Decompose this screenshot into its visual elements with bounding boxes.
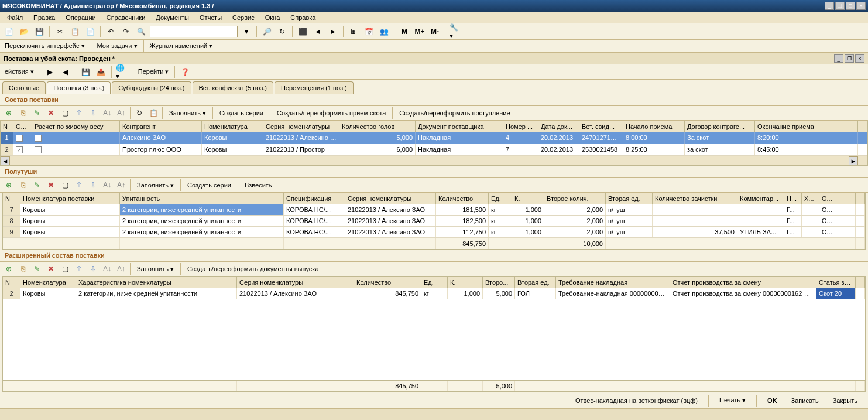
tab-deliveries[interactable]: Поставки (3 поз.) [47,81,111,94]
back-icon[interactable]: ◄ [311,25,324,38]
edit-icon[interactable]: ✎ [30,107,43,119]
doc-export-icon[interactable]: 📤 [95,66,108,78]
goto-dropdown[interactable]: Перейти ▾ [136,67,171,77]
col-liveweight[interactable]: Расчет по живому весу [32,121,120,132]
col-date[interactable]: Дата док... [538,121,579,132]
refresh-grid-icon[interactable]: ↻ [133,107,146,119]
scroll-right-icon[interactable]: ► [849,156,858,165]
weigh-note-link[interactable]: Отвес-накладная на ветконфискат (вцф) [571,395,702,406]
move-up-icon[interactable]: ⇧ [73,179,85,192]
undo-icon[interactable]: ↶ [104,25,117,38]
add-icon[interactable]: ⊕ [2,262,15,275]
weigh-button[interactable]: Взвесить [241,180,276,190]
refresh-icon[interactable]: ↻ [276,25,289,38]
add-icon[interactable]: ⊕ [2,107,15,119]
grid1-scrollbar[interactable]: ◄ ► [1,156,867,165]
export-grid-icon[interactable]: 📋 [147,107,160,119]
move-down-icon[interactable]: ⇩ [87,179,100,192]
clear-icon[interactable]: ▢ [59,262,71,275]
restore-button[interactable]: ❐ [835,2,845,10]
move-down-icon[interactable]: ⇩ [87,262,100,275]
cut-icon[interactable]: ✂ [53,25,66,38]
menu-windows[interactable]: Окна [262,13,284,22]
scroll-left-icon[interactable]: ◄ [1,156,10,165]
unpost-icon[interactable]: ◀ [59,66,72,78]
col-number[interactable]: Номер ... [503,121,538,132]
fill-button[interactable]: Заполнить ▾ [133,180,178,191]
edit-icon[interactable]: ✎ [30,262,43,275]
table-row[interactable]: 2 Простор плюс ООО Коровы 21022013 / Про… [1,144,867,156]
users-icon[interactable]: 👥 [378,25,390,38]
checkbox-so[interactable] [16,146,23,153]
col-so[interactable]: Со... [13,121,32,132]
search-input[interactable] [150,26,238,37]
search-dropdown-icon[interactable]: ▾ [240,25,253,38]
copy-row-icon[interactable]: ⎘ [16,107,29,119]
m-minus-button[interactable]: M- [428,25,441,38]
menu-help[interactable]: Справка [287,13,319,22]
sort-asc-icon[interactable]: A↓ [101,107,114,119]
clear-icon[interactable]: ▢ [59,179,71,192]
close-button[interactable]: × [856,2,866,10]
menu-service[interactable]: Сервис [229,13,258,22]
table-row[interactable]: 2 Коровы 2 категории, ниже средней упита… [3,288,865,299]
col-nomenclature[interactable]: Номенклатура [202,121,263,132]
my-tasks[interactable]: Мои задачи ▾ [95,41,140,51]
minimize-button[interactable]: _ [825,2,834,10]
close-button[interactable]: Закрыть [828,395,862,406]
tab-vet[interactable]: Вет. конфискат (5 поз.) [193,81,273,94]
sort-desc-icon[interactable]: A↑ [115,107,128,119]
find-icon[interactable]: 🔍 [135,25,147,38]
cost-cell-selected[interactable]: Скот 20 [816,288,856,299]
m-plus-button[interactable]: M+ [413,25,426,38]
col-vet[interactable]: Вет. свид... [579,121,623,132]
col-supplier-doc[interactable]: Документ поставщика [416,121,503,132]
m-button[interactable]: M [398,25,411,38]
stop-icon[interactable]: ⬛ [296,25,309,38]
menu-file[interactable]: Файл [4,13,26,22]
maximize-button[interactable]: □ [846,2,855,10]
structure-icon[interactable]: 🌐▾ [115,66,128,78]
change-journal[interactable]: Журнал изменений ▾ [147,41,215,51]
menu-documents[interactable]: Документы [152,13,193,22]
col-series[interactable]: Серия номенклатуры [263,121,339,132]
move-up-icon[interactable]: ⇧ [73,107,85,119]
settings-icon[interactable]: 🔧▾ [449,25,462,38]
col-start[interactable]: Начало приема [623,121,685,132]
menu-edit[interactable]: Правка [30,13,59,22]
forward-icon[interactable]: ► [327,25,339,38]
checkbox-liveweight[interactable] [35,146,42,153]
menu-reports[interactable]: Отчеты [196,13,225,22]
sort-desc-icon[interactable]: A↑ [115,179,128,192]
save-button[interactable]: Записать [787,395,824,406]
copy-row-icon[interactable]: ⎘ [16,179,29,192]
fill-button[interactable]: Заполнить ▾ [165,108,210,119]
create-series-button[interactable]: Создать серии [183,180,235,190]
sort-asc-icon[interactable]: A↓ [101,262,114,275]
checkbox-liveweight[interactable] [35,135,42,142]
table-row[interactable]: 1 Алексино ЗАО Коровы 21022013 / Алексин… [1,132,867,144]
open-icon[interactable]: 📂 [18,25,30,38]
doc-save-icon[interactable]: 💾 [80,66,92,78]
table-row[interactable]: 7 Коровы 2 категории, ниже средней упита… [3,204,865,216]
print-button[interactable]: Печать ▾ [715,395,750,406]
table-row[interactable]: 8 Коровы 2 категории, ниже средней упита… [3,216,865,227]
add-icon[interactable]: ⊕ [2,179,15,192]
paste-icon[interactable]: 📄 [84,25,97,38]
move-up-icon[interactable]: ⇧ [73,262,85,275]
new-icon[interactable]: 📄 [2,25,15,38]
delete-icon[interactable]: ✖ [44,262,57,275]
sort-asc-icon[interactable]: A↓ [101,179,114,192]
fill-button[interactable]: Заполнить ▾ [133,264,178,275]
doc-minimize-button[interactable]: _ [834,54,843,63]
checkbox-so[interactable] [16,135,23,142]
doc-restore-button[interactable]: ❐ [845,54,854,63]
sort-desc-icon[interactable]: A↑ [115,262,128,275]
col-heads[interactable]: Количество голов [339,121,416,132]
redo-icon[interactable]: ↷ [119,25,132,38]
copy-icon[interactable]: 📋 [68,25,81,38]
delete-icon[interactable]: ✖ [44,107,57,119]
col-contract[interactable]: Договор контраге... [685,121,755,132]
create-output-button[interactable]: Создать/переоформить документы выпуска [183,264,323,274]
menu-directories[interactable]: Справочники [103,13,149,22]
